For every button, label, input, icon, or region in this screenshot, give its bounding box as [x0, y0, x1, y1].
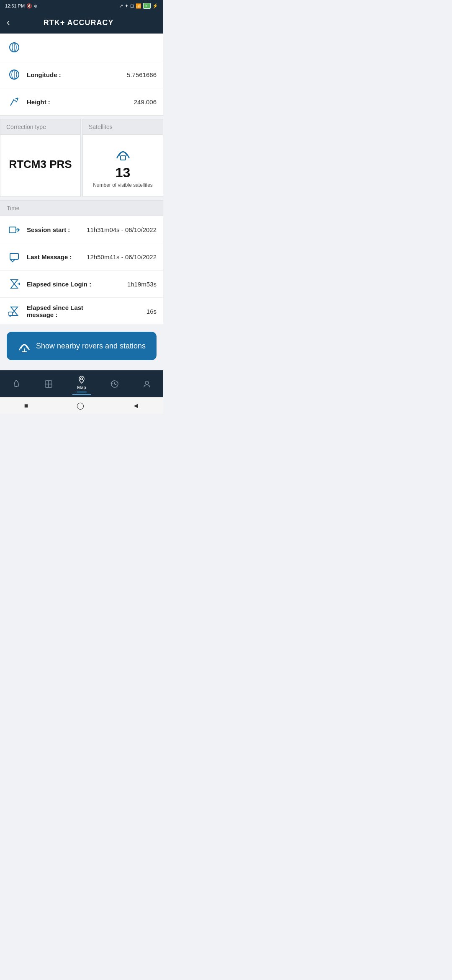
satellite-signal-icon	[113, 143, 134, 162]
elapsed-last-msg-row: Elapsed since Last message : 16s	[0, 298, 163, 325]
session-start-label: Session start :	[27, 226, 87, 233]
show-nearby-label: Show nearby rovers and stations	[36, 342, 146, 351]
satellites-box: Satellites 13 Number of visible satellit…	[82, 119, 163, 197]
location-card: Longitude : 5.7561666 Height : 249.006	[0, 34, 163, 116]
app-header: ‹ RTK+ ACCURACY	[0, 12, 163, 34]
session-start-value: 11h31m04s - 06/10/2022	[87, 226, 157, 233]
last-message-value: 12h50m41s - 06/10/2022	[87, 253, 157, 260]
svg-point-30	[145, 381, 149, 384]
wifi-icon: 📶	[136, 3, 141, 9]
mute-icon: 🔇	[26, 3, 32, 9]
svg-rect-19	[8, 312, 13, 315]
correction-header: Correction type	[0, 119, 80, 135]
network-icon	[44, 379, 53, 389]
longitude-icon	[7, 67, 22, 82]
svg-line-29	[115, 384, 116, 385]
status-time: 12:51 PM 🔇 ⊕	[5, 3, 37, 9]
longitude-row: Longitude : 5.7561666	[0, 61, 163, 88]
status-bar: 12:51 PM 🔇 ⊕ ↗ ✦ ⊡ 📶 91 ⚡	[0, 0, 163, 12]
main-content: Longitude : 5.7561666 Height : 249.006 C…	[0, 34, 163, 370]
elapsed-last-msg-value: 16s	[146, 308, 157, 315]
nav-profile[interactable]	[138, 378, 156, 390]
system-nav-bar: ■ ◯ ◄	[0, 397, 163, 414]
height-value: 249.006	[134, 98, 157, 106]
elapsed-last-msg-icon	[7, 304, 22, 319]
elapsed-login-value: 1h19m53s	[127, 281, 157, 288]
sys-stop-button[interactable]: ■	[18, 399, 35, 413]
back-button[interactable]: ‹	[7, 17, 10, 28]
sys-home-button[interactable]: ◯	[70, 398, 91, 413]
nav-history[interactable]	[106, 378, 123, 390]
bell-icon	[12, 379, 21, 389]
correction-content: RTCM3 PRS	[0, 135, 80, 189]
correction-value: RTCM3 PRS	[9, 158, 72, 171]
elapsed-login-icon	[7, 276, 22, 291]
status-icons: ↗ ✦ ⊡ 📶 91 ⚡	[119, 3, 158, 9]
battery-save-icon: ⊡	[130, 3, 134, 9]
height-icon	[7, 94, 22, 109]
nav-map[interactable]: Map	[72, 373, 91, 395]
sys-back-button[interactable]: ◄	[126, 399, 146, 413]
nav-notifications[interactable]	[8, 378, 25, 390]
battery-level: 91	[143, 3, 151, 9]
nearby-stations-icon	[18, 339, 31, 353]
last-message-row: Last Message : 12h50m41s - 06/10/2022	[0, 243, 163, 271]
longitude-label: Longitude :	[27, 71, 127, 78]
partial-row	[0, 34, 163, 61]
elapsed-login-label: Elapsed since Login :	[27, 281, 127, 288]
elapsed-last-msg-label2: message :	[27, 311, 146, 318]
time-card: Time Session start : 11h31m04s - 06/10/2…	[0, 200, 163, 325]
map-icon	[77, 375, 86, 384]
location-icon: ⊕	[34, 4, 37, 8]
nav-network[interactable]	[40, 378, 57, 390]
satellites-header: Satellites	[83, 119, 163, 135]
elapsed-last-msg-label: Elapsed since Last	[27, 304, 146, 311]
bottom-navigation: Map	[0, 370, 163, 397]
longitude-value: 5.7561666	[127, 71, 157, 78]
svg-marker-12	[11, 280, 18, 288]
svg-rect-8	[121, 156, 126, 160]
session-start-row: Session start : 11h31m04s - 06/10/2022	[0, 216, 163, 243]
satellites-content: 13 Number of visible satellites	[83, 135, 163, 196]
gps-icon: ↗	[119, 3, 123, 9]
clock-icon	[110, 379, 119, 389]
bluetooth-icon: ✦	[125, 3, 128, 9]
session-start-icon	[7, 222, 22, 237]
map-label: Map	[77, 385, 86, 390]
height-label: Height :	[27, 98, 134, 106]
last-message-icon	[7, 249, 22, 264]
height-row: Height : 249.006	[0, 88, 163, 115]
svg-point-26	[80, 378, 82, 380]
active-indicator	[77, 392, 87, 392]
partial-icon	[7, 40, 22, 55]
svg-rect-11	[10, 253, 18, 259]
charging-icon: ⚡	[152, 3, 158, 9]
page-title: RTK+ ACCURACY	[15, 18, 142, 27]
time-header: Time	[0, 201, 163, 216]
elapsed-login-row: Elapsed since Login : 1h19m53s	[0, 271, 163, 298]
two-col-section: Correction type RTCM3 PRS Satellites 13 …	[0, 119, 163, 197]
show-nearby-button[interactable]: Show nearby rovers and stations	[7, 332, 157, 360]
profile-icon	[142, 379, 152, 389]
satellite-count: 13	[116, 165, 131, 181]
correction-box: Correction type RTCM3 PRS	[0, 119, 81, 197]
svg-rect-9	[9, 227, 16, 233]
last-message-label: Last Message :	[27, 253, 87, 260]
satellite-label: Number of visible satellites	[93, 182, 153, 188]
